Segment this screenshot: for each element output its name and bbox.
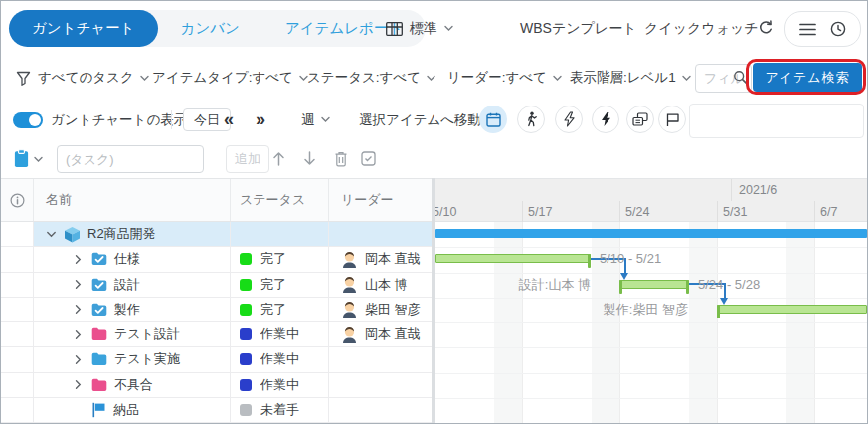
new-task-input[interactable] xyxy=(57,145,204,173)
task-name-cell[interactable]: 仕様 xyxy=(34,247,231,271)
chevron-down-icon xyxy=(682,75,691,82)
week-label: 6/7 xyxy=(820,205,837,219)
status-cell[interactable]: 作業中 xyxy=(231,347,329,371)
chevron-down-icon[interactable] xyxy=(34,156,43,163)
task-name-cell[interactable]: 設計 xyxy=(34,273,231,297)
leader-cell[interactable] xyxy=(329,398,432,422)
item-type-dropdown[interactable]: アイテムタイプ:すべて xyxy=(152,56,308,100)
add-task-button[interactable]: 追加 xyxy=(226,145,269,173)
item-search-button[interactable]: アイテム検索 xyxy=(753,63,862,92)
table-row[interactable]: R2商品開発 xyxy=(1,222,432,247)
view-preset-label: 標準 xyxy=(410,20,437,38)
task-name-cell[interactable]: 納品 xyxy=(34,398,231,422)
status-dropdown[interactable]: ステータス:すべて xyxy=(307,56,435,100)
show-gantt-toggle[interactable] xyxy=(13,112,43,128)
multi-select-button[interactable] xyxy=(361,151,376,166)
status-cell[interactable]: 完了 xyxy=(231,298,329,321)
status-cell[interactable]: 完了 xyxy=(231,247,329,271)
task-name-cell[interactable]: テスト実施 xyxy=(34,347,231,371)
status-cell[interactable]: 作業中 xyxy=(231,322,329,346)
summary-gantt-bar[interactable] xyxy=(435,254,591,263)
leader-cell[interactable]: 岡本 直哉 xyxy=(329,322,432,346)
row-info-cell xyxy=(1,273,34,297)
table-row[interactable]: 製作完了柴田 智彦 xyxy=(1,298,432,322)
view-preset-dropdown[interactable]: 標準 xyxy=(386,1,453,56)
project-gantt-bar[interactable] xyxy=(435,229,867,238)
chevron-right-icon[interactable] xyxy=(74,379,87,390)
chevron-right-icon[interactable] xyxy=(74,354,87,365)
table-row[interactable]: テスト設計作業中岡本 直哉 xyxy=(1,322,432,347)
task-name-cell[interactable]: 製作 xyxy=(34,298,231,321)
task-name-label: 製作 xyxy=(114,301,140,318)
refresh-button[interactable] xyxy=(758,20,774,36)
menu-clock-pill xyxy=(784,11,861,47)
status-cell[interactable]: 未着手 xyxy=(231,398,329,422)
leader-cell[interactable]: 山本 博 xyxy=(329,273,432,297)
arrow-down-icon xyxy=(301,150,318,167)
table-row[interactable]: 仕様完了岡本 直哉 xyxy=(1,247,432,272)
status-cell[interactable] xyxy=(231,222,329,246)
table-row[interactable]: テスト実施作業中 xyxy=(1,347,432,372)
display-level-dropdown[interactable]: 表示階層:レベル1 xyxy=(570,56,691,100)
prev-page-button[interactable]: « xyxy=(224,100,234,140)
wbs-template-button[interactable]: WBSテンプレート xyxy=(520,1,637,56)
milestone-flag-button[interactable] xyxy=(658,106,686,133)
gantt-toolbar-panel[interactable] xyxy=(689,104,864,138)
quick-watch-button[interactable]: クイックウォッチ xyxy=(644,1,759,56)
row-gridline xyxy=(435,322,867,323)
table-header: 名前 ステータス リーダー xyxy=(1,178,432,222)
column-header-status[interactable]: ステータス xyxy=(231,179,329,221)
related-items-button[interactable] xyxy=(626,106,654,133)
flag-icon xyxy=(91,402,106,418)
move-up-button[interactable] xyxy=(270,150,287,167)
filter-bar: すべてのタスク アイテムタイプ:すべて ステータス:すべて リーダー:すべて 表… xyxy=(1,56,867,101)
item-type-selector[interactable] xyxy=(13,149,30,168)
chevron-down-icon xyxy=(553,75,562,82)
cube-icon xyxy=(64,226,81,243)
hamburger-menu-icon[interactable] xyxy=(799,23,816,36)
calendar-mode-button[interactable] xyxy=(479,106,507,133)
month-label: 2021/6 xyxy=(739,183,777,197)
summary-gantt-bar[interactable] xyxy=(619,280,689,289)
status-cell[interactable]: 作業中 xyxy=(231,373,329,397)
history-clock-icon[interactable] xyxy=(830,21,846,37)
task-name-cell[interactable]: テスト設計 xyxy=(34,322,231,346)
chevron-down-icon xyxy=(444,25,453,32)
column-header-leader[interactable]: リーダー xyxy=(329,179,432,221)
delete-button[interactable] xyxy=(333,150,349,167)
tab-gantt-chart[interactable]: ガントチャート xyxy=(9,10,158,47)
lightning-outline-button[interactable] xyxy=(555,106,583,133)
summary-gantt-bar[interactable] xyxy=(717,305,867,314)
status-color-swatch xyxy=(240,253,252,265)
resource-view-button[interactable] xyxy=(517,106,545,133)
column-header-name[interactable]: 名前 xyxy=(34,179,231,221)
chevron-down-icon[interactable] xyxy=(46,230,60,239)
leader-cell[interactable]: 柴田 智彦 xyxy=(329,298,432,321)
chevron-right-icon[interactable] xyxy=(74,304,87,315)
tab-kanban[interactable]: カンバン xyxy=(158,10,262,47)
gantt-body: 5/10 - 5/215/24 - 5/28設計:山本 博製作:柴田 智彦 xyxy=(435,222,867,423)
move-to-selected-button[interactable]: 選択アイテムへ移動 xyxy=(359,100,481,140)
table-row[interactable]: 不具合作業中 xyxy=(1,373,432,398)
table-row[interactable]: 納品未着手 xyxy=(1,398,432,423)
check-icon xyxy=(91,252,107,266)
next-page-button[interactable]: » xyxy=(256,100,265,140)
status-cell[interactable]: 完了 xyxy=(231,273,329,297)
chevron-right-icon[interactable] xyxy=(74,254,87,265)
leader-dropdown[interactable]: リーダー:すべて xyxy=(447,56,562,100)
task-name-cell[interactable]: 不具合 xyxy=(34,373,231,397)
leader-cell[interactable] xyxy=(329,347,432,371)
lightning-filled-button[interactable] xyxy=(592,106,619,133)
task-scope-dropdown[interactable]: すべてのタスク xyxy=(38,56,149,100)
move-down-button[interactable] xyxy=(301,150,318,167)
time-scale-dropdown[interactable]: 週 xyxy=(301,100,330,140)
task-name-cell[interactable]: R2商品開発 xyxy=(34,222,231,246)
leader-cell[interactable]: 岡本 直哉 xyxy=(329,247,432,271)
leader-cell[interactable] xyxy=(329,373,432,397)
info-column-header[interactable] xyxy=(1,179,34,221)
chevron-right-icon[interactable] xyxy=(74,329,87,340)
leader-cell[interactable] xyxy=(329,222,432,246)
chevron-right-icon[interactable] xyxy=(74,279,87,290)
row-gridline xyxy=(435,273,867,274)
table-row[interactable]: 設計完了山本 博 xyxy=(1,273,432,298)
